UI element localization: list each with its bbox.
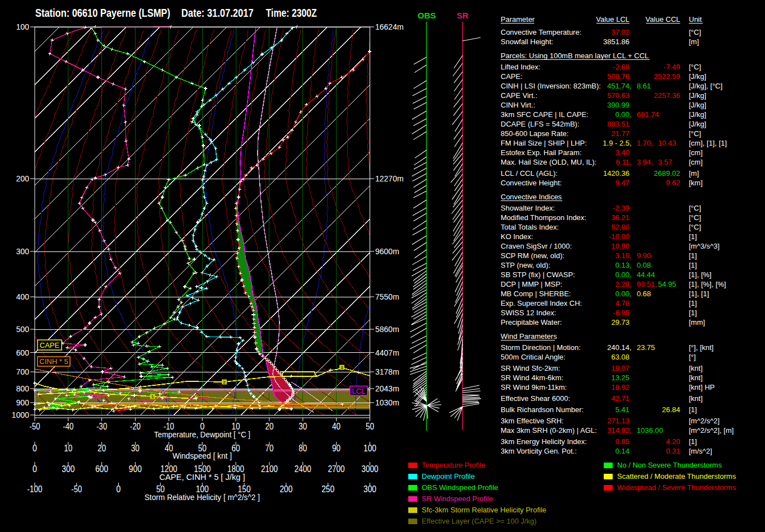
svg-text:CAPE: CAPE — [40, 341, 60, 349]
svg-text:Station: 06610 Payerne (LSMP): Station: 06610 Payerne (LSMP) — [35, 6, 170, 19]
svg-text:SR Windspeed Profile: SR Windspeed Profile — [422, 494, 493, 503]
svg-text:5.41: 5.41 — [615, 405, 629, 414]
svg-text:93.51: 93.51 — [637, 280, 655, 288]
svg-text:3km SFC CAPE | IL CAPE:: 3km SFC CAPE | IL CAPE: — [501, 110, 589, 119]
svg-text:SCP RM (new, old):: SCP RM (new, old): — [501, 251, 565, 260]
svg-text:-50: -50 — [30, 422, 40, 431]
svg-text:Bulk Richardson Number:: Bulk Richardson Number: — [501, 405, 584, 414]
svg-text:Date: 31.07.2017: Date: 31.07.2017 — [181, 6, 254, 19]
svg-text:[knt]: [knt] — [689, 364, 703, 372]
svg-text:2100: 2100 — [261, 464, 278, 474]
svg-text:10.90: 10.90 — [611, 242, 629, 250]
svg-text:20: 20 — [265, 422, 273, 431]
svg-text:6.11: 6.11 — [616, 158, 629, 166]
svg-text:2522.59: 2522.59 — [654, 72, 680, 81]
svg-text:KO Index:: KO Index: — [501, 232, 533, 241]
svg-text:52.80: 52.80 — [611, 223, 629, 231]
svg-text:[1]: [1] — [689, 405, 697, 414]
svg-text:30: 30 — [131, 444, 139, 453]
svg-text:[cm], [1], [1]: [cm], [1], [1] — [689, 139, 727, 147]
svg-text:[°], [knt]: [°], [knt] — [689, 343, 713, 352]
svg-text:[°C]: [°C] — [689, 129, 701, 138]
svg-text:Storm Relative Helicity [ m^2: Storm Relative Helicity [ m^2/s^2 ] — [144, 492, 260, 502]
svg-text:Temperature Profile: Temperature Profile — [422, 461, 485, 469]
svg-text:[°C]: [°C] — [689, 213, 701, 222]
svg-text:2700: 2700 — [328, 464, 345, 474]
svg-text:3km Effective SRH:: 3km Effective SRH: — [501, 417, 563, 425]
svg-text:2: 2 — [223, 380, 226, 385]
svg-text:26.84: 26.84 — [662, 405, 680, 414]
svg-text:20: 20 — [97, 444, 106, 453]
svg-text:Convective Temperature:: Convective Temperature: — [501, 28, 581, 36]
svg-text:9.62: 9.62 — [666, 179, 680, 187]
svg-text:Max. Hail Size (OLD, MU, IL):: Max. Hail Size (OLD, MU, IL): — [501, 158, 596, 166]
svg-text:[1]: [1] — [689, 261, 697, 269]
svg-text:16624m: 16624m — [375, 22, 404, 31]
svg-text:,: , — [629, 251, 632, 260]
svg-text:300: 300 — [62, 464, 74, 474]
svg-text:Effective Shear 6000:: Effective Shear 6000: — [501, 394, 570, 403]
svg-text:[1], [%], [%]: [1], [%], [%] — [689, 280, 726, 288]
svg-text:400: 400 — [16, 292, 30, 301]
svg-text:12270m: 12270m — [375, 174, 404, 183]
svg-text:Snowfall Height:: Snowfall Height: — [501, 38, 553, 46]
svg-text:18.07: 18.07 — [611, 364, 629, 372]
svg-text:Widespread / Severe Thundersto: Widespread / Severe Thunderstorms — [617, 483, 736, 492]
svg-text:451.74: 451.74 — [607, 82, 629, 90]
svg-text:1: 1 — [151, 394, 154, 399]
svg-text:300: 300 — [16, 247, 30, 256]
svg-text:0.14: 0.14 — [615, 447, 629, 455]
svg-text:[knt]: [knt] — [689, 394, 703, 403]
svg-text:-10.00: -10.00 — [609, 232, 629, 241]
svg-text:Precipitable Water:: Precipitable Water: — [501, 318, 562, 326]
svg-text:240.14: 240.14 — [607, 343, 629, 352]
svg-text:,: , — [629, 110, 632, 119]
svg-text:Time: 2300Z: Time: 2300Z — [266, 6, 317, 19]
svg-text:3000: 3000 — [362, 464, 379, 474]
svg-text:[m^3/s^3]: [m^3/s^3] — [689, 242, 720, 250]
svg-text:Storm Direction | Motion:: Storm Direction | Motion: — [501, 343, 581, 352]
svg-text:36.21: 36.21 — [611, 213, 629, 222]
svg-text:100: 100 — [363, 444, 376, 453]
svg-text:Effective Layer (CAPE >= 100 J: Effective Layer (CAPE >= 100 J/kg) — [422, 517, 537, 525]
svg-text:80: 80 — [298, 444, 307, 453]
svg-text:1030m: 1030m — [375, 398, 399, 407]
svg-text:2400: 2400 — [295, 464, 311, 474]
svg-text:[m]: [m] — [689, 169, 699, 178]
svg-text:[mm]: [mm] — [689, 318, 705, 326]
svg-text:,: , — [651, 158, 653, 166]
svg-text:Parcels: Using 100mB mean laye: Parcels: Using 100mB mean layer LCL + CC… — [501, 52, 649, 60]
svg-text:,: , — [651, 139, 653, 147]
svg-text:Total Totals Index:: Total Totals Index: — [501, 223, 559, 231]
svg-text:[J/kg]: [J/kg] — [689, 110, 706, 119]
svg-text:90: 90 — [332, 444, 340, 453]
svg-text:,: , — [629, 343, 632, 352]
svg-text:70: 70 — [265, 444, 273, 453]
svg-text:4.78: 4.78 — [615, 299, 629, 307]
svg-text:Convective Indices: Convective Indices — [501, 193, 562, 201]
svg-text:[J/kg]: [J/kg] — [689, 91, 706, 100]
svg-text:44.44: 44.44 — [637, 270, 655, 279]
svg-text:4.20: 4.20 — [666, 437, 680, 446]
svg-text:5860m: 5860m — [375, 325, 399, 334]
svg-text:Value LCL: Value LCL — [596, 15, 629, 24]
svg-text:-50: -50 — [71, 484, 82, 494]
svg-text:[m^2/s^2]: [m^2/s^2] — [689, 417, 720, 425]
svg-text:13.25: 13.25 — [611, 374, 629, 382]
svg-text:0: 0 — [116, 484, 121, 494]
svg-text:3km Vorticity Gen. Pot.:: 3km Vorticity Gen. Pot.: — [501, 447, 577, 455]
svg-text:No / Non Severe Thunderstorms: No / Non Severe Thunderstorms — [617, 461, 722, 469]
svg-text:681.74: 681.74 — [637, 110, 659, 119]
svg-text:CAPE Virt.:: CAPE Virt.: — [501, 91, 538, 100]
svg-text:Estofex Exp. Hail Param:: Estofex Exp. Hail Param: — [501, 148, 582, 157]
svg-text:[m^2/s^2], [m]: [m^2/s^2], [m] — [689, 426, 734, 435]
svg-text:CINH | LSI (Inversion: 823mB):: CINH | LSI (Inversion: 823mB): — [501, 82, 601, 90]
svg-text:SWISS 12 Index:: SWISS 12 Index: — [501, 309, 556, 317]
svg-text:Dewpoint Profile: Dewpoint Profile — [422, 472, 475, 480]
svg-text:Temperature, Dewpoint [ °C ]: Temperature, Dewpoint [ °C ] — [154, 430, 250, 439]
svg-text:23.75: 23.75 — [637, 343, 655, 352]
svg-text:CAPE, CINH * 5 [ J/kg ]: CAPE, CINH * 5 [ J/kg ] — [160, 472, 245, 482]
svg-text:3.10: 3.10 — [615, 251, 629, 260]
svg-text:Max 3km SRH (0-2km) | AGL:: Max 3km SRH (0-2km) | AGL: — [501, 426, 597, 435]
svg-text:1420.36: 1420.36 — [603, 169, 629, 178]
